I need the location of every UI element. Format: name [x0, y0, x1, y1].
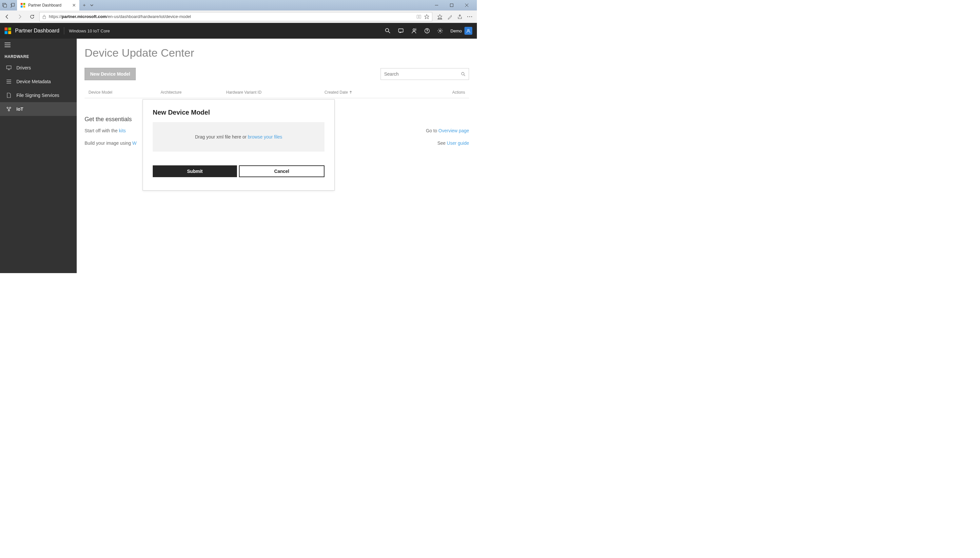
microsoft-logo-icon: [5, 28, 11, 34]
url-input[interactable]: https://partner.microsoft.com/en-us/dash…: [40, 12, 432, 21]
svg-line-41: [8, 108, 8, 110]
notes-icon[interactable]: [447, 14, 453, 19]
sidebar-item-label: Drivers: [16, 65, 31, 71]
svg-point-24: [413, 29, 415, 31]
search-box[interactable]: [380, 68, 469, 80]
favicon-icon: [20, 3, 26, 8]
sidebar-item-drivers[interactable]: Drivers: [0, 61, 77, 75]
sidebar-item-label: Device Metadata: [16, 79, 51, 84]
more-icon[interactable]: [467, 16, 472, 17]
feedback-icon[interactable]: [411, 28, 417, 34]
forward-icon[interactable]: [15, 11, 25, 22]
maximize-icon[interactable]: [444, 0, 459, 10]
reading-view-icon[interactable]: [416, 15, 422, 19]
close-window-icon[interactable]: [459, 0, 474, 10]
tab-actions-icon[interactable]: [2, 3, 7, 8]
search-input[interactable]: [384, 71, 461, 77]
sidebar-item-iot[interactable]: IoT: [0, 102, 77, 116]
search-icon[interactable]: [461, 72, 465, 76]
col-hardware-variant[interactable]: Hardware Variant ID: [226, 90, 324, 95]
tab-preview-icon[interactable]: [10, 3, 15, 8]
svg-point-28: [468, 30, 469, 31]
refresh-icon[interactable]: [27, 11, 37, 22]
sidebar: HARDWARE Drivers Device Metadata File Si…: [0, 39, 77, 273]
user-menu[interactable]: Demo: [450, 27, 472, 35]
main-content: Device Update Center New Device Model De…: [77, 39, 477, 273]
minimize-icon[interactable]: [429, 0, 444, 10]
window-controls: [429, 0, 474, 10]
settings-icon[interactable]: [437, 28, 443, 34]
address-bar: https://partner.microsoft.com/en-us/dash…: [0, 10, 477, 23]
new-tab-icon[interactable]: ＋: [82, 2, 87, 8]
svg-rect-18: [8, 28, 11, 30]
svg-point-43: [461, 72, 464, 75]
file-signing-icon: [6, 93, 12, 98]
browser-tab[interactable]: Partner Dashboard ✕: [17, 0, 79, 10]
col-actions: Actions: [407, 90, 465, 95]
svg-line-42: [9, 108, 10, 110]
build-link[interactable]: W: [132, 141, 137, 146]
modal-title: New Device Model: [153, 109, 324, 116]
svg-rect-11: [43, 16, 46, 19]
svg-point-15: [469, 16, 470, 17]
tab-bar-actions: ＋: [79, 0, 477, 10]
svg-line-22: [389, 31, 390, 33]
modal-buttons: Submit Cancel: [153, 166, 324, 177]
svg-rect-17: [5, 28, 8, 30]
metadata-icon: [6, 79, 12, 84]
col-architecture[interactable]: Architecture: [161, 90, 226, 95]
svg-rect-6: [23, 6, 25, 8]
new-device-model-modal: New Device Model Drag your xml file here…: [143, 99, 334, 190]
notifications-icon[interactable]: [398, 28, 404, 34]
sidebar-item-file-signing[interactable]: File Signing Services: [0, 89, 77, 102]
user-guide-link[interactable]: User guide: [447, 141, 469, 146]
svg-rect-4: [23, 3, 25, 5]
svg-point-21: [385, 28, 389, 32]
essentials-kits: Start off with the kits: [84, 128, 126, 133]
sidebar-item-metadata[interactable]: Device Metadata: [0, 75, 77, 89]
svg-rect-23: [399, 29, 403, 32]
share-icon[interactable]: [457, 14, 463, 19]
iot-icon: [6, 107, 12, 112]
svg-rect-19: [5, 31, 8, 34]
svg-rect-20: [8, 31, 11, 34]
header-icons: Demo: [385, 27, 472, 35]
svg-point-16: [471, 16, 472, 17]
kits-link[interactable]: kits: [119, 128, 126, 133]
svg-rect-32: [7, 66, 11, 69]
essentials-guide: See User guide: [437, 141, 469, 146]
address-bar-right-icons: [434, 14, 475, 20]
browse-files-link[interactable]: browse your files: [248, 134, 282, 140]
browser-tab-bar: Partner Dashboard ✕ ＋: [0, 0, 477, 10]
tab-title: Partner Dashboard: [28, 3, 69, 8]
sidebar-toggle[interactable]: [0, 39, 77, 51]
col-device-model[interactable]: Device Model: [89, 90, 161, 95]
svg-rect-1: [3, 4, 7, 7]
cancel-button[interactable]: Cancel: [239, 166, 324, 177]
lock-icon: [42, 15, 46, 19]
tab-dropdown-icon[interactable]: [90, 3, 94, 7]
submit-button[interactable]: Submit: [153, 166, 237, 177]
sidebar-section-title: HARDWARE: [0, 51, 77, 61]
svg-point-14: [468, 16, 468, 17]
favorites-bar-icon[interactable]: [437, 14, 443, 20]
back-icon[interactable]: [2, 11, 12, 22]
help-icon[interactable]: [424, 28, 430, 34]
overview-link[interactable]: Overview page: [438, 128, 469, 133]
url-text: https://partner.microsoft.com/en-us/dash…: [49, 14, 413, 19]
sidebar-item-label: File Signing Services: [16, 93, 59, 98]
new-device-model-button[interactable]: New Device Model: [84, 68, 136, 80]
app-header: Partner Dashboard Windows 10 IoT Core De…: [0, 23, 477, 39]
col-created-date[interactable]: Created Date: [324, 90, 407, 95]
svg-line-44: [464, 75, 465, 76]
essentials-build: Build your image using W: [84, 141, 137, 146]
app-title[interactable]: Partner Dashboard: [15, 28, 59, 34]
tab-close-icon[interactable]: ✕: [72, 3, 76, 8]
toolbar: New Device Model: [84, 68, 469, 80]
window-left-buttons: [0, 0, 17, 10]
file-dropzone[interactable]: Drag your xml file here or browse your f…: [153, 122, 324, 152]
dropzone-text: Drag your xml file here or browse your f…: [195, 134, 282, 140]
search-icon[interactable]: [385, 28, 391, 34]
favorite-icon[interactable]: [424, 14, 429, 19]
table-header: Device Model Architecture Hardware Varia…: [84, 90, 469, 98]
